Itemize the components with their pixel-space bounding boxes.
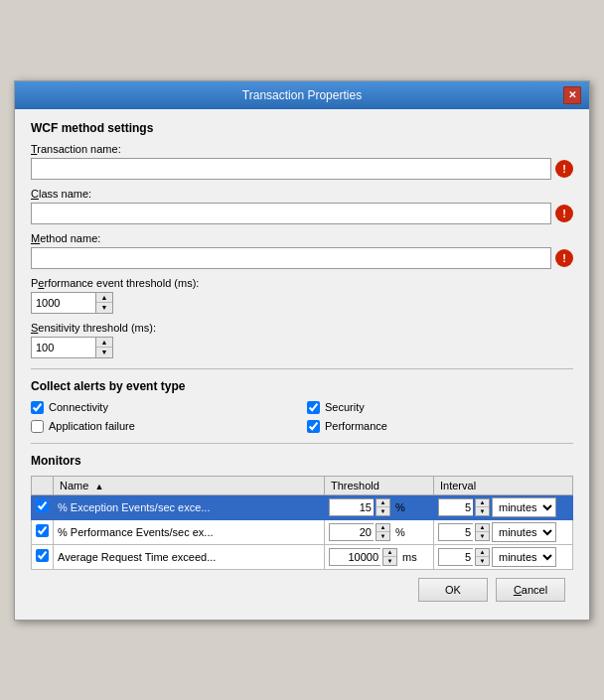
monitor-row: % Exception Events/sec exce... ▲ ▼ % (32, 494, 573, 519)
performance-checkbox[interactable] (307, 420, 320, 433)
transaction-properties-dialog: Transaction Properties ✕ WCF method sett… (14, 80, 590, 621)
row3-threshold-input[interactable] (329, 548, 380, 566)
class-name-label: Class name: (31, 188, 573, 200)
row1-checkbox[interactable] (36, 499, 49, 512)
row2-threshold-up-btn[interactable]: ▲ (377, 524, 389, 532)
row1-interval-down-btn[interactable]: ▼ (476, 506, 489, 515)
row2-checkbox-cell (32, 519, 54, 544)
monitor-row: % Performance Events/sec ex... ▲ ▼ % (32, 519, 573, 544)
th-threshold: Threshold (325, 476, 434, 494)
security-label: Security (325, 401, 365, 413)
cancel-button[interactable]: Cancel (496, 578, 565, 602)
row2-name-cell: % Performance Events/sec ex... (54, 519, 325, 544)
row1-interval-cell: ▲ ▼ minutes hours days (434, 494, 573, 519)
th-checkbox (32, 476, 54, 494)
wcf-section-title: WCF method settings (31, 121, 573, 135)
ok-button[interactable]: OK (418, 578, 488, 602)
app-failure-checkbox-item: Application failure (31, 420, 297, 433)
perf-threshold-up-button[interactable]: ▲ (96, 293, 112, 303)
buttons-row: OK Cancel (31, 570, 573, 610)
row2-interval-up-btn[interactable]: ▲ (476, 524, 489, 532)
app-failure-checkbox[interactable] (31, 420, 44, 433)
row3-interval-down-btn[interactable]: ▼ (476, 556, 489, 565)
row3-threshold-up-btn[interactable]: ▲ (383, 549, 396, 557)
row2-interval-down-btn[interactable]: ▼ (476, 531, 489, 540)
row1-interval-select[interactable]: minutes hours days (492, 497, 556, 517)
sensitivity-threshold-input[interactable] (31, 337, 95, 358)
perf-threshold-row: ▲ ▼ (31, 292, 573, 314)
row3-name-cell: Average Request Time exceed... (54, 544, 325, 569)
divider-1 (31, 368, 573, 369)
row3-threshold-unit: ms (402, 551, 417, 563)
app-failure-label: Application failure (49, 420, 135, 432)
monitors-section-title: Monitors (31, 454, 573, 468)
perf-threshold-input[interactable] (31, 292, 95, 314)
transaction-name-input[interactable] (31, 158, 551, 180)
sensitivity-threshold-label: Sensitivity threshold (ms): (31, 322, 573, 334)
row3-interval-select[interactable]: minutes hours days (492, 547, 556, 567)
row1-checkbox-cell (32, 494, 54, 519)
class-name-row: ! (31, 203, 573, 224)
row3-interval-spinner: ▲ ▼ (475, 548, 490, 566)
sensitivity-threshold-row: ▲ ▼ (31, 337, 573, 358)
row1-interval-input[interactable] (438, 498, 473, 516)
alerts-checkboxes: Connectivity Security Application failur… (31, 401, 573, 433)
row3-checkbox-cell (32, 544, 54, 569)
row3-checkbox[interactable] (36, 549, 49, 562)
monitors-table: Name ▲ Threshold Interval % Exception Ev… (31, 476, 573, 570)
row2-threshold-spinner: ▲ ▼ (376, 523, 390, 541)
sensitivity-threshold-down-button[interactable]: ▼ (96, 347, 112, 357)
row2-threshold-input[interactable] (329, 523, 374, 541)
row3-interval-cell: ▲ ▼ minutes hours days (434, 544, 573, 569)
row3-interval-up-btn[interactable]: ▲ (476, 549, 489, 557)
perf-threshold-label: Performance event threshold (ms): (31, 277, 573, 289)
transaction-name-error-icon: ! (555, 160, 573, 178)
transaction-name-row: ! (31, 158, 573, 180)
row1-threshold-down-btn[interactable]: ▼ (377, 506, 389, 515)
row1-name-cell: % Exception Events/sec exce... (54, 494, 325, 519)
name-sort-icon: ▲ (94, 482, 103, 491)
method-name-error-icon: ! (555, 249, 573, 267)
class-name-error-icon: ! (555, 205, 573, 222)
class-name-input[interactable] (31, 203, 551, 224)
th-name[interactable]: Name ▲ (54, 476, 325, 494)
row2-interval-select[interactable]: minutes hours days (492, 522, 556, 542)
row1-threshold-up-btn[interactable]: ▲ (377, 499, 389, 507)
sensitivity-threshold-spinner: ▲ ▼ (95, 337, 113, 358)
divider-2 (31, 443, 573, 444)
method-name-label: Method name: (31, 232, 573, 244)
row1-interval-up-btn[interactable]: ▲ (476, 499, 489, 507)
row3-interval-input[interactable] (438, 548, 473, 566)
performance-checkbox-item: Performance (307, 420, 573, 433)
perf-threshold-down-button[interactable]: ▼ (96, 302, 112, 313)
method-name-row: ! (31, 247, 573, 269)
connectivity-label: Connectivity (49, 401, 108, 413)
row2-threshold-cell: ▲ ▼ % (325, 519, 434, 544)
row2-interval-cell: ▲ ▼ minutes hours days (434, 519, 573, 544)
row2-interval-input[interactable] (438, 523, 473, 541)
perf-threshold-spinner: ▲ ▼ (95, 292, 113, 314)
row1-interval-spinner: ▲ ▼ (475, 498, 490, 516)
row2-threshold-unit: % (395, 526, 405, 538)
sensitivity-threshold-up-button[interactable]: ▲ (96, 338, 112, 348)
security-checkbox[interactable] (307, 401, 320, 414)
row1-threshold-input[interactable] (329, 498, 374, 516)
security-checkbox-item: Security (307, 401, 573, 414)
connectivity-checkbox-item: Connectivity (31, 401, 297, 414)
row2-interval-spinner: ▲ ▼ (475, 523, 490, 541)
row2-checkbox[interactable] (36, 524, 49, 537)
row1-threshold-unit: % (395, 501, 405, 513)
dialog-title: Transaction Properties (41, 88, 563, 102)
transaction-name-label: Transaction name: (31, 143, 573, 155)
row3-threshold-cell: ▲ ▼ ms (325, 544, 434, 569)
method-name-input[interactable] (31, 247, 551, 269)
row1-threshold-cell: ▲ ▼ % (325, 494, 434, 519)
performance-label: Performance (325, 420, 387, 432)
row1-threshold-spinner: ▲ ▼ (376, 498, 390, 516)
row2-threshold-down-btn[interactable]: ▼ (377, 531, 389, 540)
row3-threshold-down-btn[interactable]: ▼ (383, 556, 396, 565)
monitor-row: Average Request Time exceed... ▲ ▼ ms (32, 544, 573, 569)
row3-threshold-spinner: ▲ ▼ (382, 548, 397, 566)
connectivity-checkbox[interactable] (31, 401, 44, 414)
close-button[interactable]: ✕ (563, 86, 581, 104)
